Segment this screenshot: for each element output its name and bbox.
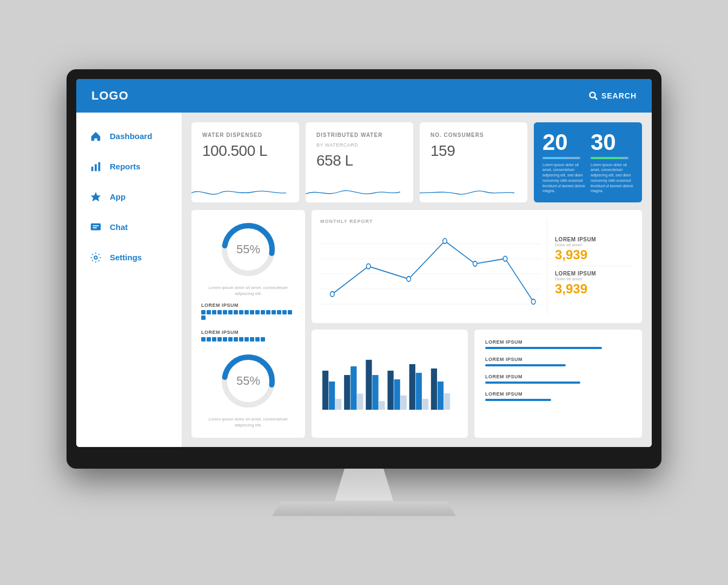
chat-icon xyxy=(89,221,102,234)
donut-desc-2: Lorem ipsum dolor sit amet, consectetuer… xyxy=(201,416,295,428)
stat-value-1: 100.500 L xyxy=(202,142,288,160)
svg-rect-30 xyxy=(350,366,356,410)
progress-label-2: LOREM IPSUM xyxy=(201,330,295,335)
blue-bar-right xyxy=(591,157,628,159)
stat-card-water-dispensed: WATER DISPENSED 100.500 L xyxy=(191,122,299,203)
svg-rect-41 xyxy=(431,369,437,410)
stat-card-distributed-water: DISTRIBUTED WATER BY WaterCard 658 L xyxy=(306,122,413,203)
mstat-sub-1: Dolor sit amet xyxy=(555,242,633,247)
sidebar-item-chat[interactable]: Chat xyxy=(76,214,182,240)
mstat-title-1: LOREM IPSUM xyxy=(555,236,633,242)
svg-point-24 xyxy=(503,257,507,261)
lorem-line-4 xyxy=(485,399,551,401)
bar-chart-svg xyxy=(320,338,459,425)
donut-1: 55% xyxy=(219,220,278,279)
sidebar-item-app[interactable]: App xyxy=(76,184,182,210)
svg-point-22 xyxy=(443,239,447,244)
mstat-1: LOREM IPSUM Dolor sit amet 3,939 xyxy=(555,236,633,262)
monthly-stats: LOREM IPSUM Dolor sit amet 3,939 LOREM I… xyxy=(547,219,633,314)
sidebar-label-dashboard: Dashboard xyxy=(110,132,152,141)
left-donut-panel: 55% Lorem ipsum dolor sit amet, consecte… xyxy=(191,210,305,438)
svg-point-23 xyxy=(473,261,477,266)
line-chart-svg-container xyxy=(320,228,541,314)
svg-rect-2 xyxy=(91,167,94,171)
lorem-panel: LOREM IPSUM LOREM IPSUM LO xyxy=(474,330,642,438)
monitor-stand-neck xyxy=(332,469,396,501)
main-content: WATER DISPENSED 100.500 L DISTRIBUTED WA… xyxy=(182,113,652,447)
sidebar-item-dashboard[interactable]: Dashboard xyxy=(76,123,182,149)
stats-row: WATER DISPENSED 100.500 L DISTRIBUTED WA… xyxy=(191,122,642,203)
app-header: LOGO SEARCH xyxy=(76,79,652,113)
mstat-2: LOREM IPSUM Dolor sit amet 3,939 xyxy=(555,266,633,297)
lorem-line-3 xyxy=(485,382,580,384)
sidebar: Dashboard Reports xyxy=(76,113,182,447)
stat-value-3: 159 xyxy=(431,142,517,160)
line-chart-svg xyxy=(320,228,541,314)
lorem-row-3: LOREM IPSUM xyxy=(485,374,631,384)
wave-3 xyxy=(420,183,514,202)
donut-2: 55% xyxy=(219,351,278,411)
lorem-label-2: LOREM IPSUM xyxy=(485,357,631,362)
blue-stat-number-left: 20 xyxy=(542,131,585,154)
svg-rect-6 xyxy=(91,223,101,230)
svg-rect-43 xyxy=(444,393,450,410)
sidebar-label-settings: Settings xyxy=(110,253,142,262)
svg-rect-37 xyxy=(401,396,407,410)
svg-marker-5 xyxy=(91,192,101,201)
blue-stat-text-left: Lorem ipsum dolor sit amet, consectetuer… xyxy=(542,162,585,194)
svg-rect-39 xyxy=(416,373,422,410)
home-icon xyxy=(89,130,102,143)
sidebar-label-app: App xyxy=(110,192,125,201)
lorem-row-4: LOREM IPSUM xyxy=(485,391,631,401)
sidebar-item-settings[interactable]: Settings xyxy=(76,245,182,271)
sidebar-label-reports: Reports xyxy=(110,162,141,171)
lorem-row-1: LOREM IPSUM xyxy=(485,339,631,349)
stat-card-blue: 20 Lorem ipsum dolor sit amet, consectet… xyxy=(534,122,642,203)
stat-title-2: DISTRIBUTED WATER xyxy=(316,132,402,138)
line-chart-area: MONTHLY REPORT xyxy=(320,219,541,314)
search-icon xyxy=(589,91,598,100)
svg-rect-32 xyxy=(366,360,372,410)
line-chart-title: MONTHLY REPORT xyxy=(320,219,541,224)
logo: LOGO xyxy=(91,89,129,103)
wave-1 xyxy=(191,183,286,202)
blue-stat-left: 20 Lorem ipsum dolor sit amet, consectet… xyxy=(542,131,585,194)
lorem-row-2: LOREM IPSUM xyxy=(485,357,631,366)
middle-row: 55% Lorem ipsum dolor sit amet, consecte… xyxy=(191,210,642,438)
svg-rect-31 xyxy=(357,394,363,410)
monthly-report-panel: MONTHLY REPORT xyxy=(312,210,642,323)
monitor-stand-base xyxy=(272,501,456,516)
svg-rect-28 xyxy=(335,399,341,410)
search-button[interactable]: SEARCH xyxy=(589,91,637,100)
wave-2 xyxy=(306,183,400,202)
svg-point-25 xyxy=(531,299,535,304)
blue-stat-right: 30 Lorem ipsum dolor sit amet, consectet… xyxy=(585,131,633,194)
svg-rect-38 xyxy=(409,364,415,410)
progress-section-1: LOREM IPSUM xyxy=(201,303,295,324)
donut-desc-1: Lorem ipsum dolor sit amet, consectetuer… xyxy=(201,285,295,297)
svg-point-21 xyxy=(407,277,411,281)
svg-point-19 xyxy=(330,292,334,297)
bar-chart-panel xyxy=(312,330,468,438)
mstat-value-1: 3,939 xyxy=(555,247,633,262)
progress-ticks-1 xyxy=(201,310,295,320)
blue-bar-left xyxy=(542,157,580,159)
svg-rect-4 xyxy=(98,162,101,171)
lorem-line-2 xyxy=(485,364,566,366)
lorem-label-1: LOREM IPSUM xyxy=(485,339,631,345)
gear-icon xyxy=(89,251,102,264)
svg-rect-35 xyxy=(387,371,393,410)
lorem-line-1 xyxy=(485,347,602,349)
svg-rect-36 xyxy=(394,379,400,410)
mstat-sub-2: Dolor sit amet xyxy=(555,277,633,281)
svg-rect-33 xyxy=(372,375,378,410)
donut-label-1: 55% xyxy=(236,242,260,257)
sidebar-item-reports[interactable]: Reports xyxy=(76,154,182,180)
lorem-label-3: LOREM IPSUM xyxy=(485,374,631,379)
svg-point-20 xyxy=(367,264,370,269)
stat-value-2: 658 L xyxy=(316,152,402,169)
sidebar-label-chat: Chat xyxy=(110,222,128,232)
search-label: SEARCH xyxy=(601,91,637,100)
progress-ticks-2 xyxy=(201,337,295,341)
mstat-title-2: LOREM IPSUM xyxy=(555,271,633,277)
